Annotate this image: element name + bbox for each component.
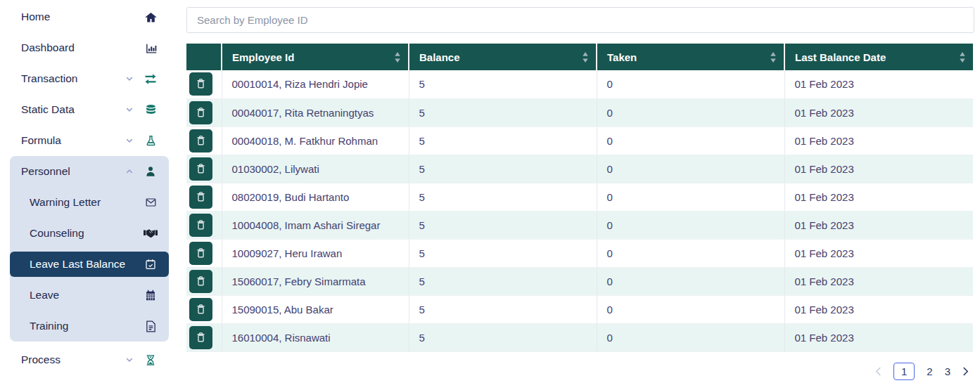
trash-icon bbox=[195, 135, 207, 147]
employee-id-cell: 10004008, Imam Ashari Siregar bbox=[222, 211, 409, 239]
delete-button[interactable] bbox=[189, 157, 212, 181]
hourglass-icon bbox=[144, 354, 158, 366]
page-button-2[interactable]: 2 bbox=[927, 366, 932, 377]
table-row: 00010014, Riza Hendri Jopie5001 Feb 2023 bbox=[186, 70, 973, 98]
table-row: 16010004, Risnawati5001 Feb 2023 bbox=[186, 323, 973, 351]
sidebar-item-warning-letter[interactable]: Warning Letter bbox=[10, 187, 169, 218]
sidebar-item-training[interactable]: Training bbox=[10, 311, 169, 342]
last-balance-date-cell: 01 Feb 2023 bbox=[784, 98, 973, 126]
sidebar-item-label: Leave Last Balance bbox=[30, 258, 125, 271]
trash-icon bbox=[195, 78, 207, 90]
sidebar-item-transaction[interactable]: Transaction bbox=[0, 63, 178, 94]
sort-icon[interactable] bbox=[959, 52, 966, 63]
sidebar-item-dashboard[interactable]: Dashboard bbox=[0, 32, 178, 63]
sidebar-item-label: Leave bbox=[30, 289, 59, 301]
table-header-row: Employee Id Balance Taken Last Balance D… bbox=[186, 44, 973, 70]
sidebar-item-personnel[interactable]: Personnel bbox=[10, 156, 169, 187]
last-balance-date-cell: 01 Feb 2023 bbox=[784, 323, 973, 351]
employee-id-cell: 15060017, Febry Simarmata bbox=[222, 267, 409, 295]
employee-id-cell: 00040018, M. Fatkhur Rohman bbox=[222, 126, 409, 155]
last-balance-date-cell: 01 Feb 2023 bbox=[784, 70, 973, 98]
taken-cell: 0 bbox=[597, 323, 784, 351]
header-taken[interactable]: Taken bbox=[597, 44, 784, 70]
actions-cell bbox=[186, 267, 222, 295]
delete-button[interactable] bbox=[189, 298, 212, 321]
balance-cell: 5 bbox=[409, 98, 597, 126]
balance-cell: 5 bbox=[409, 323, 597, 351]
sidebar-item-formula[interactable]: Formula bbox=[0, 125, 178, 156]
delete-button[interactable] bbox=[189, 186, 212, 209]
sidebar-item-leave-last-balance[interactable]: Leave Last Balance bbox=[10, 252, 169, 277]
sidebar: Home Dashboard Transaction Static Data F… bbox=[0, 0, 178, 375]
chevron-down-icon bbox=[125, 74, 134, 83]
flask-icon bbox=[144, 135, 158, 147]
table-row: 10009027, Heru Irawan5001 Feb 2023 bbox=[186, 239, 973, 267]
taken-cell: 0 bbox=[597, 267, 784, 295]
sidebar-item-home[interactable]: Home bbox=[0, 1, 178, 32]
prev-page-icon[interactable] bbox=[875, 367, 882, 376]
balance-cell: 5 bbox=[409, 126, 597, 155]
header-balance[interactable]: Balance bbox=[409, 44, 597, 70]
employee-id-cell: 08020019, Budi Hartanto bbox=[222, 183, 409, 211]
delete-button[interactable] bbox=[189, 129, 212, 152]
taken-cell: 0 bbox=[597, 155, 784, 183]
trash-icon bbox=[195, 332, 207, 344]
table-row: 08020019, Budi Hartanto5001 Feb 2023 bbox=[186, 183, 973, 211]
sidebar-item-static-data[interactable]: Static Data bbox=[0, 94, 178, 125]
balance-cell: 5 bbox=[409, 211, 597, 239]
personnel-group: Personnel Warning Letter Counseling Leav… bbox=[10, 156, 169, 342]
sidebar-item-label: Transaction bbox=[21, 72, 77, 85]
sort-icon[interactable] bbox=[770, 52, 777, 63]
page-button-3[interactable]: 3 bbox=[945, 366, 950, 377]
main-content: Employee Id Balance Taken Last Balance D… bbox=[186, 7, 974, 380]
sort-icon[interactable] bbox=[582, 52, 589, 63]
last-balance-date-cell: 01 Feb 2023 bbox=[784, 155, 973, 183]
employee-id-cell: 15090015, Abu Bakar bbox=[222, 295, 409, 323]
balance-cell: 5 bbox=[409, 183, 597, 211]
search-input[interactable] bbox=[186, 7, 974, 33]
sidebar-item-label: Home bbox=[21, 11, 50, 23]
employee-id-cell: 01030002, Lilywati bbox=[222, 155, 409, 183]
sidebar-item-label: Static Data bbox=[21, 103, 75, 116]
last-balance-date-cell: 01 Feb 2023 bbox=[784, 295, 973, 323]
delete-button[interactable] bbox=[189, 326, 212, 349]
sidebar-item-process[interactable]: Process bbox=[0, 344, 178, 375]
actions-cell bbox=[186, 323, 222, 351]
delete-button[interactable] bbox=[189, 72, 212, 96]
balance-cell: 5 bbox=[409, 295, 597, 323]
home-icon bbox=[144, 11, 158, 23]
pagination: 1 2 3 bbox=[186, 363, 973, 380]
sidebar-item-label: Dashboard bbox=[21, 41, 75, 54]
header-last-balance-date[interactable]: Last Balance Date bbox=[784, 44, 973, 70]
table-row: 10004008, Imam Ashari Siregar5001 Feb 20… bbox=[186, 211, 973, 239]
employee-id-cell: 00010014, Riza Hendri Jopie bbox=[222, 70, 409, 98]
delete-button[interactable] bbox=[189, 101, 212, 124]
header-employee-id[interactable]: Employee Id bbox=[222, 44, 409, 70]
table-row: 15090015, Abu Bakar5001 Feb 2023 bbox=[186, 295, 973, 323]
actions-cell bbox=[186, 155, 222, 183]
actions-cell bbox=[186, 183, 222, 211]
taken-cell: 0 bbox=[597, 183, 784, 211]
taken-cell: 0 bbox=[597, 239, 784, 267]
last-balance-date-cell: 01 Feb 2023 bbox=[784, 239, 973, 267]
delete-button[interactable] bbox=[189, 214, 212, 237]
next-page-icon[interactable] bbox=[962, 367, 969, 376]
chevron-down-icon bbox=[125, 356, 134, 364]
table-row: 01030002, Lilywati5001 Feb 2023 bbox=[186, 155, 973, 183]
sidebar-item-counseling[interactable]: Counseling bbox=[10, 218, 169, 249]
employee-id-cell: 10009027, Heru Irawan bbox=[222, 239, 409, 267]
sidebar-item-leave[interactable]: Leave bbox=[10, 280, 169, 311]
delete-button[interactable] bbox=[189, 270, 212, 293]
taken-cell: 0 bbox=[597, 98, 784, 126]
table-row: 00040018, M. Fatkhur Rohman5001 Feb 2023 bbox=[186, 126, 973, 155]
sidebar-item-label: Process bbox=[21, 353, 61, 366]
user-icon bbox=[144, 166, 158, 177]
page-button-1[interactable]: 1 bbox=[893, 363, 915, 380]
leave-balance-table: Employee Id Balance Taken Last Balance D… bbox=[186, 44, 973, 352]
transfer-arrows-icon bbox=[144, 73, 158, 85]
document-icon bbox=[144, 320, 158, 332]
sidebar-item-label: Formula bbox=[21, 134, 61, 147]
database-icon bbox=[144, 104, 158, 116]
delete-button[interactable] bbox=[189, 242, 212, 265]
sort-icon[interactable] bbox=[394, 52, 401, 63]
